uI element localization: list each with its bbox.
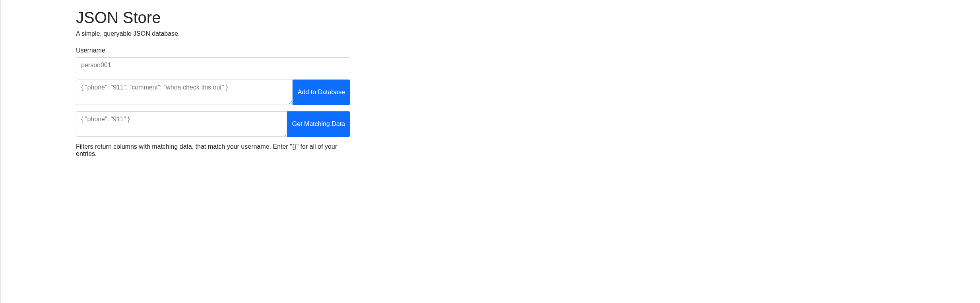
username-input[interactable]	[76, 57, 350, 73]
get-matching-data-button[interactable]: Get Matching Data	[287, 111, 350, 137]
username-label: Username	[76, 47, 350, 54]
add-to-database-button[interactable]: Add to Database	[293, 80, 350, 105]
filter-data-textarea[interactable]	[76, 111, 287, 137]
page-title: JSON Store	[76, 8, 350, 27]
filter-help-text: Filters return columns with matching dat…	[76, 143, 350, 157]
page-subtitle: A simple, queryable JSON database.	[76, 30, 350, 37]
add-data-textarea[interactable]	[76, 80, 293, 105]
